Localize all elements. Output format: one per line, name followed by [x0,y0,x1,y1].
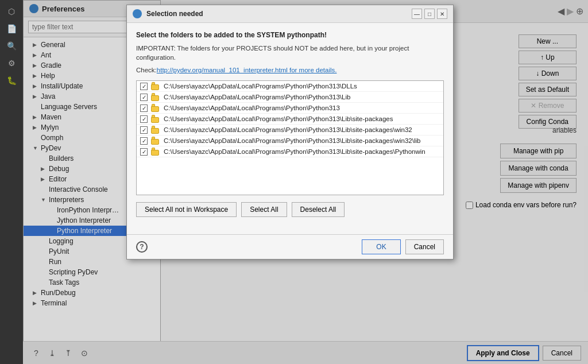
path-checkbox[interactable]: ✓ [140,126,148,134]
modal-bottom: ? OK Cancel [127,234,453,259]
path-checkbox[interactable]: ✓ [140,137,148,145]
folder-icon [151,115,160,123]
path-list-item[interactable]: ✓C:\Users\ayazc\AppData\Local\Programs\P… [137,114,443,125]
path-text: C:\Users\ayazc\AppData\Local\Programs\Py… [164,126,412,133]
folder-icon [151,137,160,145]
folder-icon [151,82,160,90]
path-list-item[interactable]: ✓C:\Users\ayazc\AppData\Local\Programs\P… [137,81,443,92]
path-checkbox[interactable]: ✓ [140,94,148,101]
modal-ok-button[interactable]: OK [362,239,400,254]
modal-heading: Select the folders to be added to the SY… [136,31,444,39]
path-text: C:\Users\ayazc\AppData\Local\Programs\Py… [164,137,420,144]
path-list-item[interactable]: ✓C:\Users\ayazc\AppData\Local\Programs\P… [137,146,443,157]
modal-help-icon[interactable]: ? [136,241,148,253]
path-list-item[interactable]: ✓C:\Users\ayazc\AppData\Local\Programs\P… [137,103,443,114]
modal-body: Select the folders to be added to the SY… [127,23,453,234]
modal-check-text: Check:http://pydev.org/manual_101_interp… [136,67,444,73]
path-text: C:\Users\ayazc\AppData\Local\Programs\Py… [164,94,350,100]
modal-title-controls: — □ ✕ [412,9,447,19]
select-all-not-workspace-button[interactable]: Select All not in Workspace [136,202,237,217]
path-text: C:\Users\ayazc\AppData\Local\Programs\Py… [164,148,425,155]
folder-icon [151,93,160,101]
path-text: C:\Users\ayazc\AppData\Local\Programs\Py… [164,115,393,122]
modal-title-icon [133,9,142,18]
modal-close-button[interactable]: ✕ [437,9,447,19]
deselect-all-button[interactable]: Deselect All [292,202,345,217]
modal-important-text: IMPORTANT: The folders for your PROJECTS… [136,44,444,62]
modal-maximize-button[interactable]: □ [424,9,435,19]
path-checkbox[interactable]: ✓ [140,83,148,90]
path-checkbox[interactable]: ✓ [140,104,148,112]
modal-cancel-button[interactable]: Cancel [405,239,444,254]
modal-titlebar: Selection needed — □ ✕ [127,5,453,23]
modal-dialog: Selection needed — □ ✕ Select the folder… [126,5,454,260]
modal-action-buttons: Select All not in Workspace Select All D… [136,202,444,217]
select-all-button[interactable]: Select All [241,202,287,217]
path-list-item[interactable]: ✓C:\Users\ayazc\AppData\Local\Programs\P… [137,135,443,146]
path-text: C:\Users\ayazc\AppData\Local\Programs\Py… [164,104,340,111]
path-checkbox[interactable]: ✓ [140,148,148,156]
folder-icon [151,148,160,156]
modal-title-text: Selection needed [146,10,407,18]
path-list-item[interactable]: ✓C:\Users\ayazc\AppData\Local\Programs\P… [137,125,443,135]
path-list-item[interactable]: ✓C:\Users\ayazc\AppData\Local\Programs\P… [137,92,443,103]
folder-icon [151,126,160,134]
modal-minimize-button[interactable]: — [412,9,422,19]
folder-icon [151,104,160,112]
path-list-container: ✓C:\Users\ayazc\AppData\Local\Programs\P… [136,80,444,195]
path-text: C:\Users\ayazc\AppData\Local\Programs\Py… [164,83,357,90]
modal-check-link[interactable]: http://pydev.org/manual_101_interpreter.… [157,67,337,73]
path-checkbox[interactable]: ✓ [140,115,148,123]
